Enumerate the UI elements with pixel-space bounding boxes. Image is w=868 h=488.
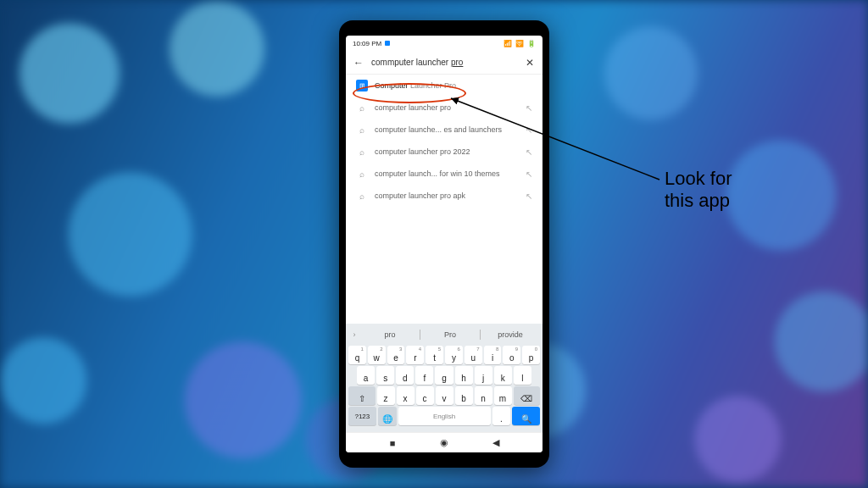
key-k[interactable]: k	[494, 366, 512, 385]
key-g[interactable]: g	[435, 366, 453, 385]
search-query-text: commputer launcher	[371, 58, 451, 67]
key-u[interactable]: 7u	[465, 346, 482, 364]
key-d[interactable]: d	[396, 366, 414, 385]
prediction[interactable]: Pro	[420, 330, 480, 339]
key-q[interactable]: 1q	[348, 346, 366, 364]
symbols-key[interactable]: ?123	[348, 407, 376, 425]
suggestions-list: ⊞ Computer Launcher Pro ⌕ computer launc…	[346, 75, 542, 324]
key-e[interactable]: 3e	[387, 346, 405, 364]
app-icon: ⊞	[356, 80, 368, 92]
suggestion-label: Computer Launcher Pro	[375, 81, 532, 90]
key-x[interactable]: x	[397, 386, 415, 405]
annotation-text: Look for this app	[665, 168, 732, 213]
key-o[interactable]: 9o	[503, 346, 520, 364]
key-p[interactable]: 0p	[522, 346, 540, 364]
nav-recents-icon[interactable]: ■	[387, 438, 398, 448]
globe-key[interactable]: 🌐	[378, 407, 397, 425]
key-row-3: ⇧ z x c v b n m ⌫	[348, 386, 540, 405]
wifi-icon: 🛜	[515, 40, 524, 47]
space-key[interactable]: English	[398, 407, 491, 425]
key-z[interactable]: z	[377, 386, 395, 405]
key-s[interactable]: s	[376, 366, 394, 385]
prediction-row: › pro Pro provide	[348, 327, 540, 342]
key-f[interactable]: f	[415, 366, 433, 385]
battery-icon: 🔋	[527, 40, 536, 47]
key-n[interactable]: n	[475, 386, 492, 405]
insert-arrow-icon[interactable]: ↖	[526, 125, 532, 135]
suggestion-app-result[interactable]: ⊞ Computer Launcher Pro	[346, 75, 542, 97]
keyboard: › pro Pro provide 1q 2w 3e 4r 5t 6y 7u 8…	[346, 324, 542, 432]
key-l[interactable]: l	[514, 366, 531, 385]
key-c[interactable]: c	[416, 386, 434, 405]
phone-frame: 10:09 PM 📶 🛜 🔋 ← commputer launcher pro …	[339, 20, 549, 468]
status-indicator-icon	[385, 41, 390, 46]
key-t[interactable]: 5t	[426, 346, 443, 364]
search-bar: ← commputer launcher pro ✕	[346, 51, 542, 75]
chevron-right-icon[interactable]: ›	[348, 330, 360, 339]
signal-icon: 📶	[504, 40, 512, 47]
prediction[interactable]: provide	[481, 330, 540, 339]
key-m[interactable]: m	[494, 386, 512, 405]
android-navbar: ■ ◉ ◀	[346, 432, 542, 452]
insert-arrow-icon[interactable]: ↖	[526, 169, 532, 179]
key-w[interactable]: 2w	[368, 346, 386, 364]
key-i[interactable]: 8i	[484, 346, 502, 364]
key-b[interactable]: b	[455, 386, 473, 405]
clear-icon[interactable]: ✕	[524, 57, 536, 69]
suggestion-label: computer launch... for win 10 themes	[375, 169, 519, 178]
key-y[interactable]: 6y	[445, 346, 463, 364]
insert-arrow-icon[interactable]: ↖	[526, 147, 532, 157]
search-icon: ⌕	[356, 102, 368, 114]
insert-arrow-icon[interactable]: ↖	[526, 191, 532, 201]
suggestion-item[interactable]: ⌕ computer launche... es and launchers ↖	[346, 119, 542, 141]
search-icon: ⌕	[356, 124, 368, 136]
backspace-key[interactable]: ⌫	[514, 386, 541, 405]
prediction[interactable]: pro	[360, 330, 420, 339]
key-r[interactable]: 4r	[406, 346, 424, 364]
shift-key[interactable]: ⇧	[348, 386, 376, 405]
back-icon[interactable]: ←	[353, 57, 364, 69]
period-key[interactable]: .	[492, 407, 511, 425]
suggestion-item[interactable]: ⌕ computer launcher pro apk ↖	[346, 185, 542, 207]
search-icon: ⌕	[356, 168, 368, 180]
key-j[interactable]: j	[475, 366, 492, 385]
nav-back-icon[interactable]: ◀	[491, 438, 501, 448]
insert-arrow-icon[interactable]: ↖	[526, 103, 532, 113]
suggestion-label: computer launcher pro apk	[375, 191, 519, 200]
suggestion-label: computer launche... es and launchers	[375, 125, 519, 134]
search-input[interactable]: commputer launcher pro	[371, 58, 517, 67]
suggestion-item[interactable]: ⌕ computer launch... for win 10 themes ↖	[346, 163, 542, 185]
key-row-1: 1q 2w 3e 4r 5t 6y 7u 8i 9o 0p	[348, 346, 540, 364]
search-icon: ⌕	[356, 146, 368, 158]
search-icon: ⌕	[356, 190, 368, 202]
suggestion-label: computer launcher pro 2022	[375, 147, 519, 156]
search-query-underline: pro	[451, 58, 463, 67]
status-bar: 10:09 PM 📶 🛜 🔋	[346, 36, 542, 51]
key-v[interactable]: v	[436, 386, 453, 405]
nav-home-icon[interactable]: ◉	[439, 438, 449, 448]
search-key[interactable]: 🔍	[512, 407, 540, 425]
status-time: 10:09 PM	[353, 40, 381, 47]
key-h[interactable]: h	[455, 366, 473, 385]
key-row-2: a s d f g h j k l	[348, 366, 540, 385]
key-a[interactable]: a	[357, 366, 375, 385]
suggestion-item[interactable]: ⌕ computer launcher pro 2022 ↖	[346, 141, 542, 163]
suggestion-label: computer launcher pro	[375, 103, 519, 112]
key-row-4: ?123 🌐 English . 🔍	[348, 407, 540, 425]
suggestion-item[interactable]: ⌕ computer launcher pro ↖	[346, 97, 542, 119]
phone-screen: 10:09 PM 📶 🛜 🔋 ← commputer launcher pro …	[346, 36, 542, 452]
